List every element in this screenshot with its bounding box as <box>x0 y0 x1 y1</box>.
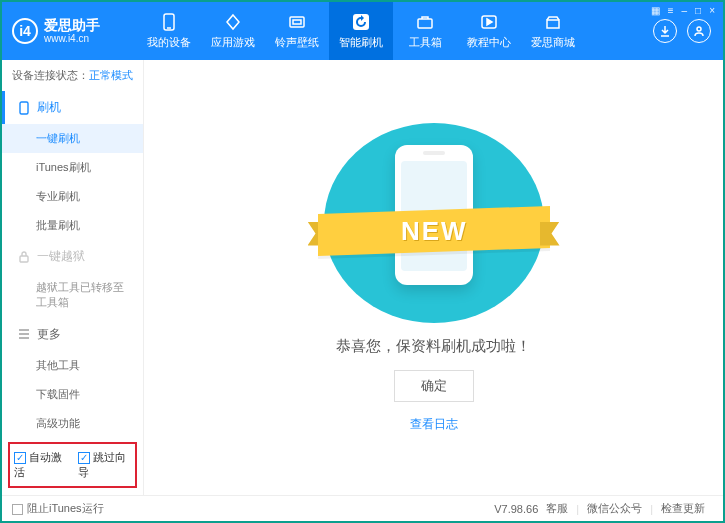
nav-label: 爱思商城 <box>531 35 575 50</box>
conn-mode: 正常模式 <box>89 69 133 81</box>
check-icon: ✓ <box>14 452 26 464</box>
window-controls: ▦ ≡ – □ × <box>651 5 715 16</box>
section-jailbreak: 一键越狱 越狱工具已转移至工具箱 <box>2 240 143 318</box>
section-title: 更多 <box>37 326 61 343</box>
nav-my-device[interactable]: 我的设备 <box>137 2 201 60</box>
toolbox-icon <box>415 12 435 32</box>
shop-icon <box>543 12 563 32</box>
nav-toolbox[interactable]: 工具箱 <box>393 2 457 60</box>
lock-icon <box>17 250 31 264</box>
checkbox-label: 阻止iTunes运行 <box>27 502 104 514</box>
user-button[interactable] <box>687 19 711 43</box>
more-icon <box>17 327 31 341</box>
device-icon <box>159 12 179 32</box>
checkbox-block-itunes[interactable]: 阻止iTunes运行 <box>12 501 104 516</box>
svg-point-7 <box>697 27 701 31</box>
new-ribbon: NEW <box>318 210 550 252</box>
svg-rect-2 <box>290 17 304 27</box>
connection-status: 设备连接状态：正常模式 <box>2 60 143 91</box>
refresh-icon <box>351 12 371 32</box>
ok-button[interactable]: 确定 <box>394 370 474 402</box>
ringtone-icon <box>287 12 307 32</box>
section-flash-header[interactable]: 刷机 <box>2 91 143 124</box>
section-more-header[interactable]: 更多 <box>2 318 143 351</box>
skin-button[interactable]: ▦ <box>651 5 660 16</box>
brand-title: 爱思助手 <box>44 18 100 33</box>
sidebar-item-itunes-flash[interactable]: iTunes刷机 <box>2 153 143 182</box>
section-jailbreak-header: 一键越狱 <box>2 240 143 273</box>
top-nav: 我的设备 应用游戏 铃声壁纸 智能刷机 工具箱 教程中心 <box>137 2 653 60</box>
logo-icon: i4 <box>12 18 38 44</box>
checkbox-auto-activate[interactable]: ✓自动激活 <box>14 450 68 480</box>
view-log-link[interactable]: 查看日志 <box>410 416 458 433</box>
svg-rect-8 <box>20 102 28 114</box>
body: 设备连接状态：正常模式 刷机 一键刷机 iTunes刷机 专业刷机 批量刷机 一… <box>2 60 723 495</box>
menu-button[interactable]: ≡ <box>668 5 674 16</box>
flash-icon <box>17 101 31 115</box>
options-row: ✓自动激活 ✓跳过向导 <box>8 442 137 488</box>
checkbox-skip-guide[interactable]: ✓跳过向导 <box>78 450 132 480</box>
minimize-button[interactable]: – <box>682 5 688 16</box>
svg-rect-9 <box>20 256 28 262</box>
wechat-link[interactable]: 微信公众号 <box>587 501 642 516</box>
version-label: V7.98.66 <box>494 503 538 515</box>
sidebar-item-oneclick-flash[interactable]: 一键刷机 <box>2 124 143 153</box>
app-window: ▦ ≡ – □ × i4 爱思助手 www.i4.cn 我的设备 应用游戏 <box>0 0 725 523</box>
sidebar-item-download-firmware[interactable]: 下载固件 <box>2 380 143 409</box>
play-icon <box>479 12 499 32</box>
section-title: 一键越狱 <box>37 248 85 265</box>
close-button[interactable]: × <box>709 5 715 16</box>
check-icon <box>12 504 23 515</box>
nav-ringtones[interactable]: 铃声壁纸 <box>265 2 329 60</box>
nav-label: 工具箱 <box>409 35 442 50</box>
check-icon: ✓ <box>78 452 90 464</box>
main-panel: NEW 恭喜您，保资料刷机成功啦！ 确定 查看日志 <box>144 60 723 495</box>
nav-tutorials[interactable]: 教程中心 <box>457 2 521 60</box>
nav-label: 应用游戏 <box>211 35 255 50</box>
footer: 阻止iTunes运行 V7.98.66 客服 | 微信公众号 | 检查更新 <box>2 495 723 521</box>
header: ▦ ≡ – □ × i4 爱思助手 www.i4.cn 我的设备 应用游戏 <box>2 2 723 60</box>
nav-label: 智能刷机 <box>339 35 383 50</box>
section-title: 刷机 <box>37 99 61 116</box>
nav-label: 教程中心 <box>467 35 511 50</box>
sidebar: 设备连接状态：正常模式 刷机 一键刷机 iTunes刷机 专业刷机 批量刷机 一… <box>2 60 144 495</box>
sidebar-item-advanced[interactable]: 高级功能 <box>2 409 143 438</box>
nav-apps[interactable]: 应用游戏 <box>201 2 265 60</box>
nav-shop[interactable]: 爱思商城 <box>521 2 585 60</box>
apps-icon <box>223 12 243 32</box>
nav-label: 铃声壁纸 <box>275 35 319 50</box>
check-update-link[interactable]: 检查更新 <box>661 501 705 516</box>
brand: i4 爱思助手 www.i4.cn <box>2 2 137 60</box>
brand-url: www.i4.cn <box>44 33 100 44</box>
svg-rect-5 <box>418 19 432 28</box>
jailbreak-moved-note: 越狱工具已转移至工具箱 <box>2 273 143 318</box>
success-message: 恭喜您，保资料刷机成功啦！ <box>336 337 531 356</box>
conn-label: 设备连接状态： <box>12 69 89 81</box>
svg-rect-3 <box>293 20 301 24</box>
maximize-button[interactable]: □ <box>695 5 701 16</box>
success-illustration: NEW <box>324 123 544 323</box>
sidebar-item-batch-flash[interactable]: 批量刷机 <box>2 211 143 240</box>
ribbon-text: NEW <box>400 215 467 246</box>
nav-smart-flash[interactable]: 智能刷机 <box>329 2 393 60</box>
nav-label: 我的设备 <box>147 35 191 50</box>
sidebar-item-pro-flash[interactable]: 专业刷机 <box>2 182 143 211</box>
section-flash: 刷机 一键刷机 iTunes刷机 专业刷机 批量刷机 <box>2 91 143 240</box>
download-button[interactable] <box>653 19 677 43</box>
sidebar-item-other-tools[interactable]: 其他工具 <box>2 351 143 380</box>
section-more: 更多 其他工具 下载固件 高级功能 <box>2 318 143 438</box>
customer-service-link[interactable]: 客服 <box>546 501 568 516</box>
